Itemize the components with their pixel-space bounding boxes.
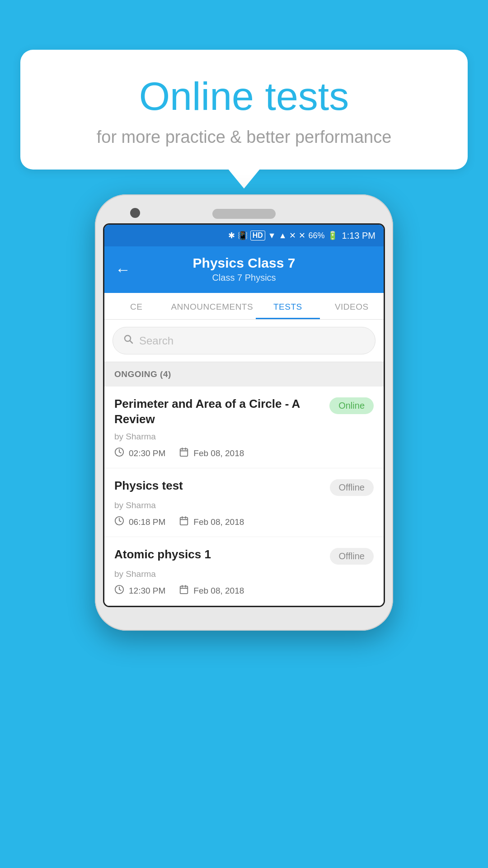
vibrate-icon: 📳 — [238, 231, 248, 241]
phone-screen: ✱ 📳 HD ▼ ▲ ✕ ✕ 66% 🔋 1:13 PM ← Physics C… — [103, 223, 385, 607]
svg-rect-3 — [180, 448, 188, 456]
test-item-header-1: Physics test Offline — [114, 478, 374, 496]
calendar-icon-2 — [179, 585, 189, 597]
test-title-0: Perimeter and Area of a Circle - A Revie… — [114, 396, 329, 427]
x-icon2: ✕ — [299, 231, 305, 241]
status-time: 1:13 PM — [342, 231, 375, 241]
signal-icon: ▲ — [279, 231, 287, 241]
test-item-header-0: Perimeter and Area of a Circle - A Revie… — [114, 396, 374, 427]
tab-tests[interactable]: TESTS — [256, 293, 319, 319]
bubble-title: Online tests — [47, 75, 441, 118]
test-author-1: by Sharma — [114, 500, 374, 510]
test-date-text-1: Feb 08, 2018 — [193, 517, 244, 527]
battery-text: 66% — [308, 231, 324, 241]
x-icon1: ✕ — [289, 231, 296, 241]
test-time-text-1: 06:18 PM — [129, 517, 165, 527]
phone-bottom — [103, 607, 385, 623]
tab-announcements[interactable]: ANNOUNCEMENTS — [168, 293, 256, 319]
clock-icon-2 — [114, 585, 124, 597]
bluetooth-icon: ✱ — [228, 231, 235, 241]
svg-rect-8 — [180, 517, 188, 525]
section-header: ONGOING (4) — [104, 362, 384, 387]
wifi-icon: ▼ — [268, 231, 276, 241]
battery-icon: 🔋 — [328, 231, 338, 241]
phone-outer: ✱ 📳 HD ▼ ▲ ✕ ✕ 66% 🔋 1:13 PM ← Physics C… — [95, 194, 393, 631]
phone-mockup: ✱ 📳 HD ▼ ▲ ✕ ✕ 66% 🔋 1:13 PM ← Physics C… — [95, 194, 393, 631]
test-badge-1: Offline — [330, 479, 374, 496]
header-title-block: Physics Class 7 Class 7 Physics — [140, 255, 348, 283]
test-date-text-0: Feb 08, 2018 — [193, 448, 244, 458]
test-title-2: Atomic physics 1 — [114, 547, 330, 562]
test-item-1[interactable]: Physics test Offline by Sharma 06:18 PM — [104, 468, 384, 537]
test-badge-2: Offline — [330, 548, 374, 565]
test-author-0: by Sharma — [114, 432, 374, 442]
test-author-2: by Sharma — [114, 569, 374, 579]
bubble-subtitle: for more practice & better performance — [47, 127, 441, 147]
tabs-bar: CE ANNOUNCEMENTS TESTS VIDEOS — [104, 293, 384, 320]
search-container: Search — [104, 320, 384, 362]
test-item-2[interactable]: Atomic physics 1 Offline by Sharma 12:30… — [104, 537, 384, 606]
phone-speaker — [212, 209, 276, 219]
test-time-2: 12:30 PM — [114, 585, 165, 597]
calendar-icon-1 — [179, 516, 189, 528]
test-date-1: Feb 08, 2018 — [179, 516, 244, 528]
test-meta-2: 12:30 PM Feb 08, 2018 — [114, 585, 374, 597]
test-date-0: Feb 08, 2018 — [179, 447, 244, 460]
test-item[interactable]: Perimeter and Area of a Circle - A Revie… — [104, 387, 384, 468]
search-input-wrapper[interactable]: Search — [113, 327, 375, 354]
test-time-text-2: 12:30 PM — [129, 586, 165, 596]
hd-badge: HD — [250, 231, 265, 241]
test-time-text-0: 02:30 PM — [129, 448, 165, 458]
test-meta-1: 06:18 PM Feb 08, 2018 — [114, 516, 374, 528]
speech-bubble: Online tests for more practice & better … — [20, 50, 468, 170]
clock-icon-1 — [114, 516, 124, 528]
svg-rect-13 — [180, 586, 188, 594]
test-badge-0: Online — [329, 397, 374, 414]
search-icon — [123, 334, 134, 348]
test-title-1: Physics test — [114, 478, 330, 494]
test-date-text-2: Feb 08, 2018 — [193, 586, 244, 596]
tab-videos[interactable]: VIDEOS — [320, 293, 384, 319]
back-button[interactable]: ← — [115, 262, 131, 277]
test-meta-0: 02:30 PM Feb 08, 2018 — [114, 447, 374, 460]
test-time-0: 02:30 PM — [114, 447, 165, 460]
status-bar-icons: ✱ 📳 HD ▼ ▲ ✕ ✕ 66% 🔋 1:13 PM — [228, 231, 375, 241]
phone-camera — [130, 208, 140, 218]
status-bar: ✱ 📳 HD ▼ ▲ ✕ ✕ 66% 🔋 1:13 PM — [104, 225, 384, 246]
test-date-2: Feb 08, 2018 — [179, 585, 244, 597]
svg-line-1 — [130, 341, 133, 344]
tab-ce[interactable]: CE — [104, 293, 168, 319]
test-time-1: 06:18 PM — [114, 516, 165, 528]
breadcrumb: Class 7 Physics — [140, 273, 348, 283]
test-item-header-2: Atomic physics 1 Offline — [114, 547, 374, 565]
page-title: Physics Class 7 — [140, 255, 348, 271]
phone-top — [103, 203, 385, 223]
calendar-icon-0 — [179, 447, 189, 460]
app-header: ← Physics Class 7 Class 7 Physics — [104, 246, 384, 293]
clock-icon-0 — [114, 447, 124, 460]
search-placeholder: Search — [139, 335, 174, 347]
